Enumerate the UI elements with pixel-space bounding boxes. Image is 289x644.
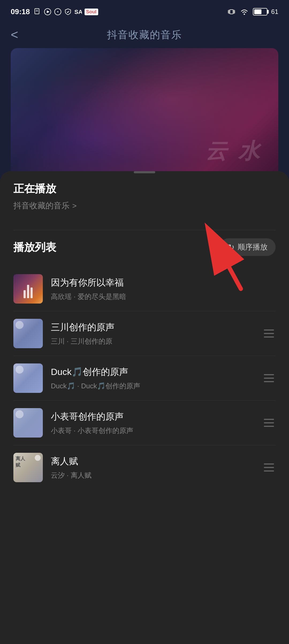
song-name-1: 因为有你所以幸福 <box>51 277 276 289</box>
shield-icon <box>64 8 72 16</box>
play-icon <box>44 8 51 16</box>
now-playing-section: 正在播放 抖音收藏的音乐 > <box>0 181 289 222</box>
song-item-3[interactable]: Duck🎵创作的原声 Duck🎵 · Duck🎵创作的原声 <box>13 356 276 401</box>
page-title: 抖音收藏的音乐 <box>107 28 182 42</box>
song-info-3: Duck🎵创作的原声 Duck🎵 · Duck🎵创作的原声 <box>51 366 254 391</box>
menu-line-1 <box>264 463 274 465</box>
drag-handle[interactable] <box>134 171 155 173</box>
song-avatar-5 <box>35 455 41 461</box>
menu-line-3 <box>264 426 274 427</box>
song-meta-4: 小表哥 · 小表哥创作的原声 <box>51 426 254 435</box>
now-playing-playlist-name: 抖音收藏的音乐 <box>13 200 70 211</box>
svg-point-6 <box>57 11 58 12</box>
bar-1 <box>24 290 26 298</box>
bottom-panel: 正在播放 抖音收藏的音乐 > 播放列表 ↻ 顺序播放 <box>0 171 289 644</box>
battery-level: 61 <box>271 8 278 16</box>
song-name-5: 离人赋 <box>51 455 254 467</box>
menu-line-3 <box>264 381 274 382</box>
menu-line-3 <box>264 336 274 338</box>
bar-2 <box>27 285 29 298</box>
compass-icon <box>54 8 62 16</box>
song-avatar-4 <box>16 410 24 418</box>
menu-line-2 <box>264 467 274 468</box>
svg-point-13 <box>244 14 245 15</box>
status-bar: 09:18 SA Soul 61 <box>0 0 289 21</box>
song-name-2: 三川创作的原声 <box>51 321 254 333</box>
hero-image: 云 水 <box>11 48 278 177</box>
notification-icons: SA Soul <box>34 8 98 16</box>
now-playing-label: 正在播放 <box>13 181 276 196</box>
song-item-1[interactable]: 因为有你所以幸福 高欣瑶 · 爱的尽头是黑暗 <box>13 267 276 311</box>
song-meta-5: 云汐 · 离人赋 <box>51 471 254 480</box>
song-thumbnail-4 <box>13 408 43 438</box>
vibrate-icon <box>227 7 236 16</box>
divider-1 <box>13 230 276 230</box>
top-navigation: < 抖音收藏的音乐 <box>0 21 289 48</box>
playlist-header: 播放列表 ↻ 顺序播放 <box>13 238 276 256</box>
song-thumbnail-5: 离人赋 <box>13 453 43 482</box>
svg-rect-8 <box>230 10 233 14</box>
thumb-5-label: 离人赋 <box>16 455 25 468</box>
soul-icon: Soul <box>85 9 98 15</box>
song-menu-button-4[interactable] <box>262 417 276 428</box>
svg-marker-4 <box>47 10 50 13</box>
song-avatar-3 <box>16 366 24 374</box>
song-name-4: 小表哥创作的原声 <box>51 411 254 423</box>
song-name-3: Duck🎵创作的原声 <box>51 366 254 378</box>
status-right: 61 <box>227 7 278 16</box>
equalizer-bars <box>24 285 33 298</box>
menu-line-1 <box>264 419 274 420</box>
song-meta-3: Duck🎵 · Duck🎵创作的原声 <box>51 381 254 391</box>
song-meta-1: 高欣瑶 · 爱的尽头是黑暗 <box>51 292 276 301</box>
song-list: 因为有你所以幸福 高欣瑶 · 爱的尽头是黑暗 三川创作的原声 三川 · 三川创作… <box>13 267 276 490</box>
song-item-5[interactable]: 离人赋 离人赋 云汐 · 离人赋 <box>13 445 276 490</box>
time-display: 09:18 <box>11 7 30 16</box>
file-icon <box>34 8 41 16</box>
song-item-4[interactable]: 小表哥创作的原声 小表哥 · 小表哥创作的原声 <box>13 401 276 445</box>
song-item-2[interactable]: 三川创作的原声 三川 · 三川创作的原 <box>13 311 276 356</box>
now-playing-subtitle-link[interactable]: 抖音收藏的音乐 > <box>13 200 276 211</box>
song-menu-button-5[interactable] <box>262 462 276 473</box>
song-info-4: 小表哥创作的原声 小表哥 · 小表哥创作的原声 <box>51 411 254 435</box>
menu-line-2 <box>264 333 274 334</box>
song-info-5: 离人赋 云汐 · 离人赋 <box>51 455 254 480</box>
menu-line-3 <box>264 470 274 471</box>
bar-3 <box>31 288 33 298</box>
menu-line-1 <box>264 329 274 331</box>
wifi-icon <box>239 7 249 16</box>
playlist-section: 播放列表 ↻ 顺序播放 因为有你所以幸福 高欣瑶 · 爱的尽头 <box>0 238 289 490</box>
svg-text:SA: SA <box>74 9 82 15</box>
hero-text: 云 水 <box>206 137 262 166</box>
song-meta-2: 三川 · 三川创作的原 <box>51 337 254 346</box>
playlist-title: 播放列表 <box>13 240 56 255</box>
menu-line-2 <box>264 378 274 379</box>
song-info-2: 三川创作的原声 三川 · 三川创作的原 <box>51 321 254 346</box>
song-info-1: 因为有你所以幸福 高欣瑶 · 爱的尽头是黑暗 <box>51 277 276 301</box>
shuffle-icon: ↻ <box>228 243 234 252</box>
song-thumbnail-3 <box>13 363 43 393</box>
song-menu-button-2[interactable] <box>262 328 276 339</box>
play-mode-label: 顺序播放 <box>238 242 268 252</box>
status-left: 09:18 SA Soul <box>11 7 98 16</box>
menu-line-1 <box>264 374 274 375</box>
sa-icon: SA <box>74 8 82 16</box>
menu-line-2 <box>264 422 274 423</box>
chevron-right-icon: > <box>72 202 77 210</box>
back-button[interactable]: < <box>11 28 18 41</box>
song-thumbnail-1 <box>13 274 43 304</box>
song-thumbnail-2 <box>13 319 43 348</box>
play-mode-button[interactable]: ↻ 顺序播放 <box>220 238 276 256</box>
song-menu-button-3[interactable] <box>262 373 276 384</box>
battery-indicator <box>253 8 267 16</box>
song-avatar-2 <box>16 321 24 329</box>
